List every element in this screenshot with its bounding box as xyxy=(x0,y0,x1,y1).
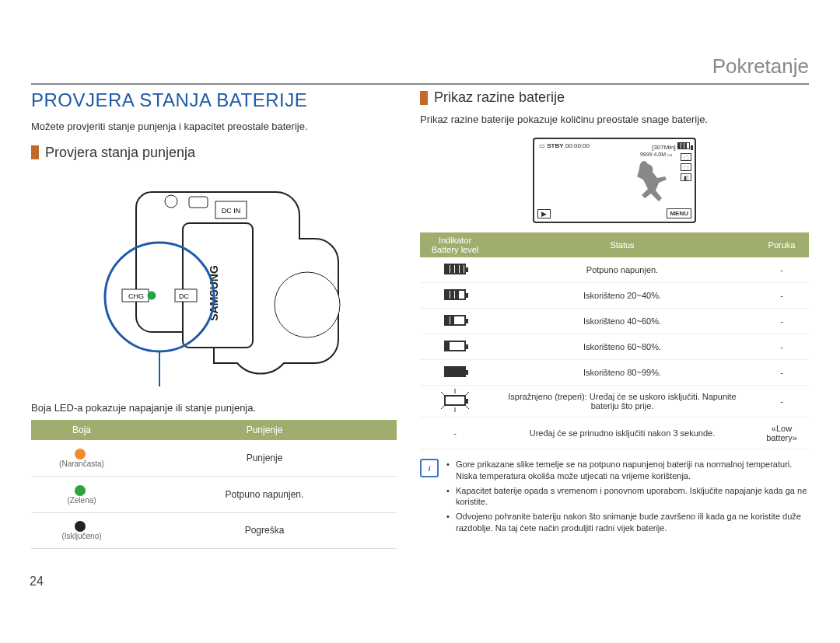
battery-icon xyxy=(444,264,466,274)
batt-indicator-cell xyxy=(420,334,490,359)
header-rule xyxy=(31,83,809,85)
sub-heading-label: Prikaz razine baterije xyxy=(434,89,565,106)
led-color-label: (Zelena) xyxy=(37,496,126,505)
batt-th-msg: Poruka xyxy=(754,232,809,257)
sub-heading-charge: Provjera stanja punjenja xyxy=(31,145,397,161)
batt-status: Potpuno napunjen. xyxy=(490,257,754,283)
batt-indicator-cell xyxy=(420,359,490,385)
table-row: Iskorišteno 20~40%.- xyxy=(420,282,809,308)
batt-status: Iskorišteno 80~99%. xyxy=(490,359,754,385)
note-item: Kapacitet baterije opada s vremenom i po… xyxy=(446,485,809,508)
batt-indicator-cell xyxy=(420,308,490,334)
led-color-table: Boja Punjenje (Narančasta) Punjenje (Zel… xyxy=(31,420,397,549)
table-row: Iskorišteno 60~80%.- xyxy=(420,334,809,359)
batt-msg: - xyxy=(754,282,809,308)
led-dot-off xyxy=(75,521,86,532)
batt-th-status: Status xyxy=(490,232,754,257)
battery-icon xyxy=(444,289,466,300)
battery-icon xyxy=(444,366,466,377)
table-row: Potpuno napunjen.- xyxy=(420,257,809,283)
lcd-remain: [307Min] xyxy=(652,144,676,151)
mode-icon: ◧ xyxy=(681,173,691,181)
lcd-time: 00:00:00 xyxy=(565,142,590,149)
lcd-card-icon: ▭ xyxy=(539,142,545,149)
lcd-preview: ▭ STBY 00:00:00 [307Min] 9999 4.0M ▭ ⬚ ⬚… xyxy=(533,138,696,223)
note-icon: i xyxy=(420,459,439,477)
batt-indicator-cell xyxy=(420,385,490,417)
table-row: (Narančasta) Punjenje xyxy=(31,440,397,476)
note-item: Gore prikazane slike temelje se na potpu… xyxy=(446,459,809,482)
svg-point-10 xyxy=(148,292,156,299)
lcd-play-button: ▶ xyxy=(537,209,551,218)
mode-icon: ⬚ xyxy=(681,153,691,161)
mode-icon: ⬚ xyxy=(681,163,691,171)
battery-icon xyxy=(444,395,466,406)
batt-msg: - xyxy=(754,257,809,283)
table-row: -Uređaj će se prinudno isključiti nakon … xyxy=(420,417,809,449)
battery-level-table: Indikator Battery level Status Poruka Po… xyxy=(420,232,809,449)
batt-msg: «Low battery» xyxy=(754,417,809,449)
table-row: (Isključeno) Pogreška xyxy=(31,512,397,549)
note-box: i Gore prikazane slike temelje se na pot… xyxy=(420,459,809,537)
table-row: Iskorišteno 80~99%.- xyxy=(420,359,809,385)
led-th-state: Punjenje xyxy=(132,420,397,440)
skater-silhouette xyxy=(625,156,671,203)
batt-indicator-cell xyxy=(420,282,490,308)
svg-text:DC: DC xyxy=(179,292,189,300)
svg-point-4 xyxy=(165,195,177,208)
batt-th-indicator: Indikator Battery level xyxy=(420,232,490,257)
notes-list: Gore prikazane slike temelje se na potpu… xyxy=(446,459,809,537)
battery-icon xyxy=(444,341,466,351)
svg-rect-5 xyxy=(189,197,208,208)
section-title: PROVJERA STANJA BATERIJE xyxy=(31,89,397,111)
lcd-stby: STBY xyxy=(547,142,563,149)
batt-status: Iskorišteno 60~80%. xyxy=(490,334,754,359)
batt-msg: - xyxy=(754,359,809,385)
batt-msg: - xyxy=(754,334,809,359)
lcd-menu-button: MENU xyxy=(667,208,691,218)
batt-msg: - xyxy=(754,308,809,334)
table-row: (Zelena) Potpuno napunjen. xyxy=(31,476,397,512)
led-dot-orange xyxy=(75,449,86,460)
battery-icon xyxy=(677,142,690,149)
batt-status: Iskorišteno 20~40%. xyxy=(490,282,754,308)
led-caption: Boja LED-a pokazuje napajanje ili stanje… xyxy=(31,402,397,414)
batt-status: Ispražnjeno (treperi): Uređaj će se usko… xyxy=(490,385,754,417)
led-state: Pogreška xyxy=(132,512,397,549)
led-color-label: (Narančasta) xyxy=(37,460,126,468)
level-desc: Prikaz razine baterije pokazuje količinu… xyxy=(420,114,809,127)
lcd-side-icons: ⬚ ⬚ ◧ xyxy=(681,153,691,181)
led-state: Potpuno napunjen. xyxy=(132,476,397,512)
note-item: Odvojeno pohranite bateriju nakon što sn… xyxy=(446,511,809,534)
batt-indicator-cell xyxy=(420,257,490,283)
led-color-label: (Isključeno) xyxy=(37,532,126,540)
batt-status: Iskorišteno 40~60%. xyxy=(490,308,754,334)
sub-heading-level: Prikaz razine baterije xyxy=(420,89,809,106)
table-row: Iskorišteno 40~60%.- xyxy=(420,308,809,334)
section-desc: Možete provjeriti stanje punjenja i kapa… xyxy=(31,121,397,134)
battery-icon xyxy=(444,315,466,326)
batt-indicator-cell: - xyxy=(420,417,490,449)
svg-point-6 xyxy=(275,272,340,337)
batt-msg: - xyxy=(754,385,809,417)
led-th-color: Boja xyxy=(31,420,132,440)
sub-heading-label: Provjera stanja punjenja xyxy=(45,145,195,161)
page-number: 24 xyxy=(30,575,44,589)
svg-text:DC IN: DC IN xyxy=(222,207,241,215)
breadcrumb: Pokretanje xyxy=(31,54,809,79)
led-dot-green xyxy=(75,485,86,496)
table-row: Ispražnjeno (treperi): Uređaj će se usko… xyxy=(420,385,809,417)
svg-text:CHG: CHG xyxy=(128,292,144,300)
led-state: Punjenje xyxy=(132,440,397,476)
camera-diagram: SAMSUNG DC IN CHG xyxy=(82,169,346,386)
batt-status: Uređaj će se prinudno isključiti nakon 3… xyxy=(490,417,754,449)
